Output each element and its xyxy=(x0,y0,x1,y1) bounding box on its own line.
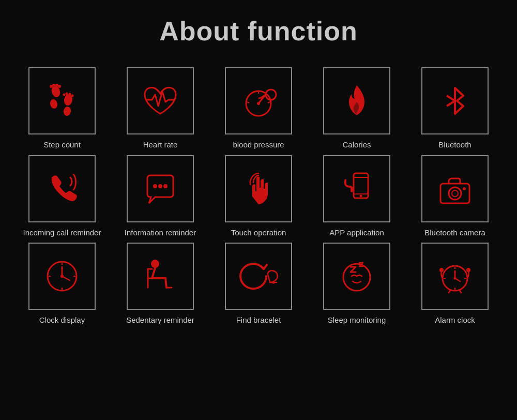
bluetooth-icon xyxy=(434,80,476,122)
svg-point-19 xyxy=(153,184,157,188)
incoming-call-icon-box xyxy=(28,155,96,222)
svg-point-20 xyxy=(158,184,162,188)
blood-pressure-label: blood pressure xyxy=(233,140,284,150)
svg-point-2 xyxy=(49,98,58,109)
info-reminder-icon-box xyxy=(127,155,194,222)
svg-point-40 xyxy=(343,264,370,291)
app-application-label: APP application xyxy=(329,228,384,238)
alarm-clock-label: Alarm clock xyxy=(435,315,475,325)
clock-display-label: Clock display xyxy=(39,315,85,325)
feature-sedentary-reminder: Sedentary reminder xyxy=(119,243,202,325)
svg-point-38 xyxy=(151,260,159,268)
feature-bluetooth-camera: Bluetooth camera xyxy=(414,155,496,238)
calories-label: Calories xyxy=(342,140,371,150)
find-bracelet-label: Find bracelet xyxy=(236,315,281,325)
find-bracelet-icon xyxy=(238,256,279,297)
sedentary-icon xyxy=(140,256,181,297)
step-count-icon xyxy=(41,80,83,122)
heart-rate-icon xyxy=(140,80,181,122)
feature-alarm-clock: Alarm clock xyxy=(414,243,496,325)
svg-point-21 xyxy=(163,184,168,188)
svg-point-43 xyxy=(466,268,470,272)
feature-app-application: APP application xyxy=(315,155,398,238)
clock-icon xyxy=(41,256,83,297)
svg-point-3 xyxy=(63,106,72,116)
feature-bluetooth: Bluetooth xyxy=(414,67,496,150)
feature-clock-display: Clock display xyxy=(21,243,103,325)
touch-icon-box xyxy=(225,155,292,222)
svg-line-33 xyxy=(62,276,70,280)
svg-point-25 xyxy=(360,194,362,197)
svg-point-18 xyxy=(257,102,260,105)
svg-point-10 xyxy=(69,93,71,96)
sleep-icon-box xyxy=(323,243,390,310)
feature-incoming-call: Incoming call reminder xyxy=(21,155,103,238)
info-reminder-label: Information reminder xyxy=(125,228,196,238)
info-reminder-icon xyxy=(140,168,181,209)
alarm-icon xyxy=(434,256,476,297)
svg-line-52 xyxy=(459,290,461,293)
feature-sleep-monitoring: Sleep monitoring xyxy=(315,243,398,325)
svg-point-9 xyxy=(66,93,68,95)
feature-step-count: Step count xyxy=(21,67,103,150)
clock-icon-box xyxy=(28,243,96,310)
sedentary-icon-box xyxy=(127,243,194,310)
svg-point-29 xyxy=(463,187,466,190)
alarm-icon-box xyxy=(421,243,489,310)
svg-line-17 xyxy=(247,102,249,103)
heart-rate-label: Heart rate xyxy=(143,140,178,150)
bluetooth-label: Bluetooth xyxy=(438,140,471,150)
bluetooth-camera-icon xyxy=(434,168,476,209)
svg-point-42 xyxy=(439,268,444,272)
svg-point-27 xyxy=(449,187,461,200)
svg-point-5 xyxy=(52,84,55,87)
blood-pressure-icon xyxy=(238,80,279,122)
features-grid: Step count Heart rate xyxy=(21,67,496,325)
svg-point-11 xyxy=(71,95,74,97)
svg-point-46 xyxy=(454,277,457,280)
svg-point-8 xyxy=(63,94,66,96)
find-bracelet-icon-box xyxy=(225,243,292,310)
blood-pressure-icon-box xyxy=(225,67,292,134)
feature-find-bracelet: Find bracelet xyxy=(217,243,300,325)
touch-operation-label: Touch operation xyxy=(231,228,286,238)
page-title: About function xyxy=(159,16,358,47)
incoming-call-label: Incoming call reminder xyxy=(23,228,101,238)
bluetooth-icon-box xyxy=(421,67,489,134)
svg-line-16 xyxy=(268,102,270,103)
app-icon xyxy=(336,168,377,209)
calories-icon xyxy=(336,80,377,122)
sleep-icon xyxy=(336,256,377,297)
svg-point-28 xyxy=(452,190,458,197)
feature-information-reminder: Information reminder xyxy=(119,155,202,238)
app-icon-box xyxy=(323,155,390,222)
feature-calories: Calories xyxy=(315,67,398,150)
svg-line-51 xyxy=(449,290,451,293)
svg-point-7 xyxy=(58,85,61,88)
feature-touch-operation: Touch operation xyxy=(217,155,300,238)
step-count-label: Step count xyxy=(43,140,81,150)
sedentary-reminder-label: Sedentary reminder xyxy=(126,315,194,325)
bluetooth-camera-label: Bluetooth camera xyxy=(424,228,485,238)
feature-blood-pressure: blood pressure xyxy=(217,67,300,150)
feature-heart-rate: Heart rate xyxy=(119,67,202,150)
bluetooth-camera-icon-box xyxy=(421,155,489,222)
heart-rate-icon-box xyxy=(127,67,194,134)
touch-icon xyxy=(238,168,279,209)
step-count-icon-box xyxy=(28,67,96,134)
calories-icon-box xyxy=(323,67,390,134)
sleep-monitoring-label: Sleep monitoring xyxy=(328,315,386,325)
incoming-call-icon xyxy=(41,168,83,209)
